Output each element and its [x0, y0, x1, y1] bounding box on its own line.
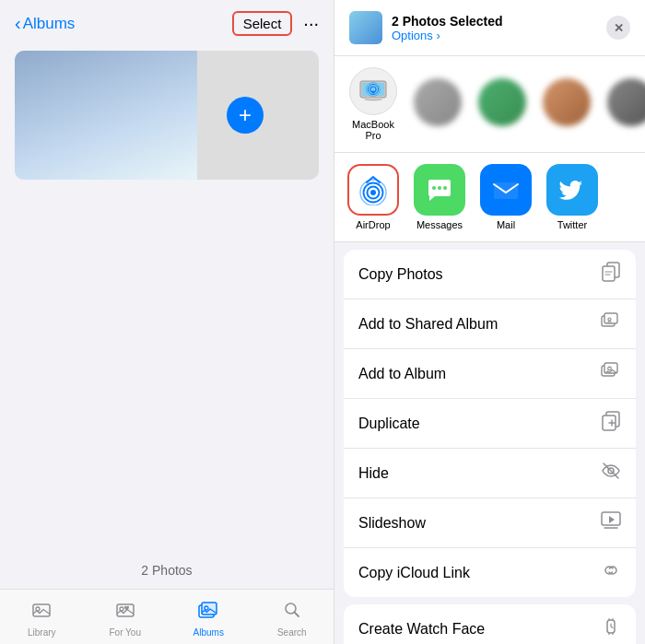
albums-icon [198, 600, 218, 626]
person-avatar-1 [414, 78, 462, 126]
macbook-avatar [349, 67, 397, 115]
svg-point-23 [443, 186, 447, 190]
person-avatar-2 [478, 78, 526, 126]
photo-count: 2 Photos [0, 559, 334, 589]
tab-for-you[interactable]: For You [98, 600, 153, 638]
album-grid: + [0, 43, 334, 559]
photos-selected-text: 2 Photos Selected [392, 14, 503, 29]
shared-album-icon [601, 311, 621, 336]
mail-icon [480, 164, 532, 216]
link-icon [601, 560, 621, 585]
album-item[interactable]: + [15, 51, 319, 180]
svg-point-8 [286, 603, 296, 614]
messages-icon [414, 164, 465, 216]
svg-point-1 [36, 607, 40, 611]
duplicate-icon [601, 411, 621, 436]
action-section-2: Create Watch Face Save to Files [344, 604, 636, 644]
tab-search-label: Search [277, 627, 307, 638]
add-album-label: Add to Album [358, 366, 446, 382]
play-icon [601, 510, 621, 535]
svg-point-3 [120, 607, 123, 611]
add-shared-album-label: Add to Shared Album [358, 316, 498, 333]
airdrop-icon [347, 164, 399, 216]
person-item-macbook[interactable]: MacBook Pro [346, 67, 401, 141]
select-button[interactable]: Select [232, 11, 293, 36]
person-item-4[interactable] [604, 78, 645, 130]
tab-library[interactable]: Library [14, 600, 69, 638]
duplicate-label: Duplicate [358, 416, 420, 432]
hide-icon [601, 461, 621, 486]
left-panel: ‹ Albums Select ··· + 2 Photos Library [0, 0, 334, 644]
add-album-icon [601, 361, 621, 386]
options-link[interactable]: Options › [392, 29, 503, 42]
macbook-label: MacBook Pro [346, 119, 401, 141]
action-duplicate[interactable]: Duplicate [344, 399, 636, 449]
svg-rect-27 [603, 266, 615, 281]
people-row: MacBook Pro [334, 56, 645, 153]
share-header: 2 Photos Selected Options › ✕ [334, 0, 645, 56]
tab-library-label: Library [28, 627, 56, 638]
mail-label: Mail [497, 219, 515, 230]
action-create-watch-face[interactable]: Create Watch Face [344, 604, 636, 644]
tab-for-you-label: For You [110, 627, 141, 638]
svg-rect-25 [494, 182, 518, 199]
nav-actions: Select ··· [232, 11, 319, 36]
slideshow-label: Slideshow [358, 515, 426, 532]
more-button[interactable]: ··· [303, 13, 319, 34]
hide-label: Hide [358, 465, 389, 482]
album-photo [15, 51, 197, 180]
svg-point-22 [438, 186, 441, 190]
app-item-mail[interactable]: Mail [476, 164, 535, 230]
action-list: Copy Photos Add to Shared Album [334, 242, 645, 644]
back-label: Albums [23, 15, 76, 33]
tab-search[interactable]: Search [264, 600, 320, 638]
svg-rect-12 [366, 98, 381, 100]
action-slideshow[interactable]: Slideshow [344, 498, 636, 548]
action-copy-icloud[interactable]: Copy iCloud Link [344, 548, 636, 597]
copy-icon [601, 262, 621, 287]
watch-icon [601, 616, 621, 641]
apps-row: AirDrop Messages [334, 153, 645, 242]
library-icon [31, 600, 52, 626]
app-item-messages[interactable]: Messages [410, 164, 469, 230]
copy-photos-label: Copy Photos [358, 266, 443, 283]
chevron-left-icon: ‹ [15, 13, 21, 34]
airdrop-label: AirDrop [356, 219, 390, 230]
svg-rect-10 [362, 83, 384, 96]
tab-albums-label: Albums [194, 627, 224, 638]
twitter-icon [546, 164, 598, 216]
share-title-block: 2 Photos Selected Options › [392, 14, 503, 42]
action-copy-photos[interactable]: Copy Photos [344, 250, 636, 299]
action-add-album[interactable]: Add to Album [344, 349, 636, 399]
app-item-twitter[interactable]: Twitter [543, 164, 602, 230]
right-panel: 2 Photos Selected Options › ✕ [334, 0, 645, 644]
svg-point-21 [432, 186, 436, 190]
back-button[interactable]: ‹ Albums [15, 13, 75, 34]
person-avatar-4 [607, 78, 645, 126]
copy-icloud-label: Copy iCloud Link [358, 565, 470, 581]
action-hide[interactable]: Hide [344, 449, 636, 498]
create-watch-face-label: Create Watch Face [358, 621, 485, 638]
share-header-left: 2 Photos Selected Options › [349, 11, 503, 44]
action-section-1: Copy Photos Add to Shared Album [344, 250, 636, 597]
share-thumbnail [349, 11, 382, 44]
nav-bar: ‹ Albums Select ··· [0, 0, 334, 43]
search-icon [282, 600, 302, 626]
svg-rect-0 [33, 604, 50, 616]
person-item-1[interactable] [410, 78, 465, 130]
tab-albums[interactable]: Albums [181, 600, 236, 638]
person-item-2[interactable] [475, 78, 530, 130]
tab-bar: Library For You [0, 589, 334, 644]
person-avatar-3 [543, 78, 591, 126]
person-item-3[interactable] [539, 78, 594, 130]
svg-point-17 [370, 190, 376, 195]
add-album-button[interactable]: + [227, 97, 264, 134]
close-button[interactable]: ✕ [606, 16, 630, 40]
svg-point-16 [372, 91, 375, 94]
heart-icon [115, 600, 135, 626]
twitter-label: Twitter [557, 219, 587, 230]
messages-label: Messages [416, 219, 463, 230]
app-item-airdrop[interactable]: AirDrop [344, 164, 403, 230]
action-add-shared-album[interactable]: Add to Shared Album [344, 299, 636, 349]
